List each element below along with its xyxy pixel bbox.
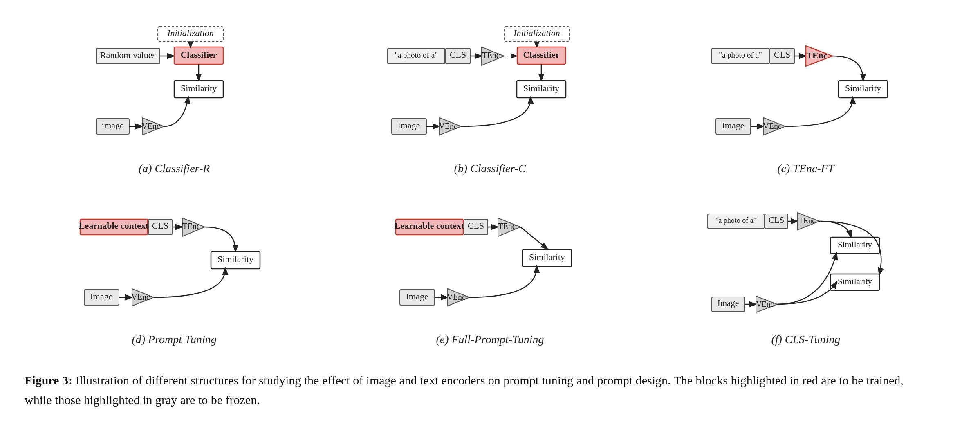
svg-text:Image: Image <box>722 120 744 130</box>
svg-text:Similarity: Similarity <box>845 83 881 93</box>
svg-text:VEnc: VEnc <box>763 121 782 130</box>
svg-text:Similarity: Similarity <box>529 252 565 262</box>
svg-text:Initialization: Initialization <box>514 28 561 38</box>
diagram-c: "a photo of a" CLS TEnc Similarity Image <box>656 16 955 179</box>
svg-text:CLS: CLS <box>152 220 168 231</box>
figure-container: Initialization Random values Classifier … <box>25 16 955 410</box>
svg-text:Classifier: Classifier <box>523 49 560 60</box>
svg-text:VEnc: VEnc <box>141 121 160 130</box>
svg-text:TEnc: TEnc <box>798 216 815 225</box>
diagram-d: Learnable context CLS TEnc Similarity Im… <box>25 187 324 350</box>
figure-caption: Figure 3: Illustration of different stru… <box>25 371 924 410</box>
svg-text:CLS: CLS <box>450 49 466 60</box>
svg-text:Image: Image <box>718 298 739 308</box>
svg-text:Initialization: Initialization <box>167 28 214 38</box>
svg-text:Classifier: Classifier <box>181 49 217 60</box>
svg-text:TEnc: TEnc <box>482 51 500 60</box>
svg-text:TEnc: TEnc <box>498 222 516 231</box>
svg-text:"a photo of a": "a photo of a" <box>719 51 762 59</box>
diagram-b: Initialization "a photo of a" CLS TEnc <box>340 16 639 179</box>
svg-text:VEnc: VEnc <box>447 292 466 301</box>
svg-text:CLS: CLS <box>774 49 790 60</box>
diagram-e: Learnable context CLS TEnc Similarity Im… <box>340 187 639 350</box>
svg-text:CLS: CLS <box>468 220 484 231</box>
diagram-a: Initialization Random values Classifier … <box>25 16 324 179</box>
caption-text: Illustration of different structures for… <box>25 373 904 407</box>
diagram-f-label: (f) CLS-Tuning <box>771 333 840 346</box>
diagram-e-label: (e) Full-Prompt-Tuning <box>436 333 544 346</box>
svg-text:Similarity: Similarity <box>838 240 872 249</box>
svg-text:"a photo of a": "a photo of a" <box>395 51 438 59</box>
svg-text:Similarity: Similarity <box>218 254 253 264</box>
diagram-a-label: (a) Classifier-R <box>139 162 210 175</box>
svg-text:TEnc: TEnc <box>806 50 828 61</box>
diagram-d-label: (d) Prompt Tuning <box>132 333 216 346</box>
diagram-b-label: (b) Classifier-C <box>454 162 526 175</box>
svg-text:VEnc: VEnc <box>439 121 458 130</box>
svg-text:VEnc: VEnc <box>131 292 150 301</box>
svg-text:"a photo of a": "a photo of a" <box>715 216 756 225</box>
svg-text:TEnc: TEnc <box>183 222 200 231</box>
svg-text:Image: Image <box>398 120 420 130</box>
svg-line-72 <box>520 227 547 249</box>
caption-figure-label: Figure 3: <box>25 373 72 387</box>
svg-text:image: image <box>102 120 124 130</box>
svg-text:Similarity: Similarity <box>838 276 872 286</box>
svg-text:Image: Image <box>90 291 113 301</box>
svg-text:Similarity: Similarity <box>523 83 559 93</box>
svg-text:Random values: Random values <box>100 50 156 60</box>
diagrams-grid: Initialization Random values Classifier … <box>25 16 955 350</box>
svg-text:CLS: CLS <box>769 215 785 225</box>
svg-text:Learnable context: Learnable context <box>395 220 464 231</box>
svg-text:Learnable context: Learnable context <box>79 220 149 231</box>
svg-text:Image: Image <box>406 291 428 301</box>
svg-text:Similarity: Similarity <box>181 83 217 93</box>
diagram-c-label: (c) TEnc-FT <box>777 162 834 175</box>
svg-text:VEnc: VEnc <box>756 300 774 308</box>
diagram-f: "a photo of a" CLS TEnc Similarity Simil… <box>656 187 955 350</box>
